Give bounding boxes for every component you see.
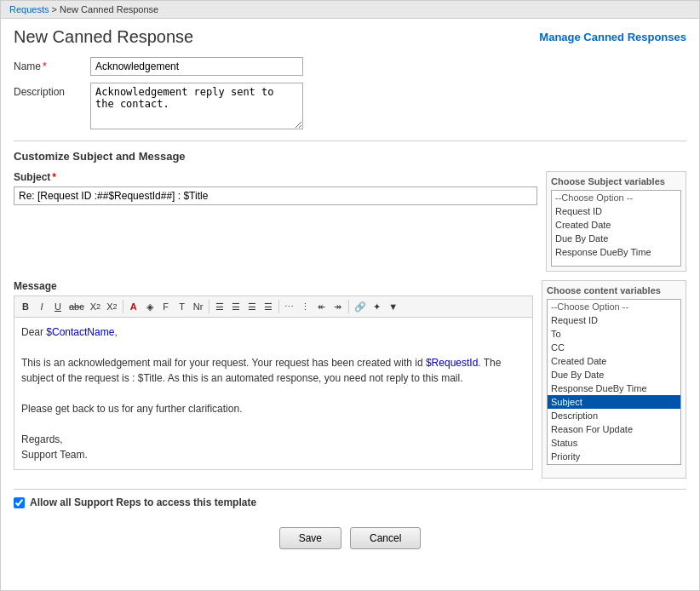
breadcrumb-separator: > <box>52 4 60 14</box>
content-variables-list[interactable]: --Choose Option -- Request ID To CC Crea… <box>547 299 681 465</box>
subject-var-response-dueby-time[interactable]: Response DueBy Time <box>552 245 680 259</box>
breadcrumb: Requests > New Canned Response <box>1 1 699 19</box>
subject-label: Subject* <box>14 171 537 183</box>
main-content: New Canned Response Manage Canned Respon… <box>1 19 699 566</box>
name-required: * <box>43 60 47 72</box>
subject-variables-list[interactable]: --Choose Option -- Request ID Created Da… <box>551 190 681 267</box>
content-var-request-id[interactable]: Request ID <box>548 313 680 327</box>
subject-var-choose[interactable]: --Choose Option -- <box>552 191 680 204</box>
message-editor[interactable]: Dear $ContactName, This is an acknowledg… <box>14 317 533 470</box>
subject-variables-title: Choose Subject variables <box>551 176 681 186</box>
toolbar-link[interactable]: 🔗 <box>352 299 369 314</box>
toolbar-italic[interactable]: I <box>34 299 49 314</box>
toolbar-font-family[interactable]: F <box>158 299 174 314</box>
section-divider-1 <box>14 141 686 141</box>
toolbar-ul[interactable]: ⋮ <box>298 299 313 314</box>
subject-block: Subject* <box>14 171 537 205</box>
content-var-cc[interactable]: CC <box>548 341 680 354</box>
editor-toolbar: B I U abc X2 X2 A ◈ F T Nr ☰ ☰ ☰ ☰ <box>14 296 533 317</box>
toolbar-font-color[interactable]: A <box>126 299 141 314</box>
message-section-layout: Message B I U abc X2 X2 A ◈ F T Nr ☰ <box>14 280 686 479</box>
content-var-response-dueby-time[interactable]: Response DueBy Time <box>548 382 680 395</box>
allow-row: Allow all Support Reps to access this te… <box>14 489 686 515</box>
subject-required: * <box>52 171 56 183</box>
content-var-choose[interactable]: --Choose Option -- <box>548 300 680 313</box>
contact-name-var: $ContactName <box>46 326 114 338</box>
allow-label[interactable]: Allow all Support Reps to access this te… <box>30 496 256 508</box>
description-input-wrapper: Acknowledgement reply sent to the contac… <box>90 83 686 132</box>
content-var-mode[interactable]: Mode <box>548 463 680 465</box>
allow-checkbox[interactable] <box>14 497 25 508</box>
toolbar-sep-4 <box>348 300 349 313</box>
toolbar-align-left[interactable]: ☰ <box>212 299 227 314</box>
toolbar-bold[interactable]: B <box>18 299 33 314</box>
toolbar-indent-less[interactable]: ↞ <box>314 299 330 314</box>
content-var-reason-for-update[interactable]: Reason For Update <box>548 422 680 436</box>
subject-layout: Subject* Choose Subject variables --Choo… <box>14 171 686 280</box>
name-input-wrapper <box>90 57 686 76</box>
toolbar-sep-1 <box>123 300 123 313</box>
toolbar-align-right[interactable]: ☰ <box>244 299 260 314</box>
content-var-description[interactable]: Description <box>548 409 680 422</box>
toolbar-strikethrough[interactable]: abc <box>66 299 87 314</box>
content-variables-panel: Choose content variables --Choose Option… <box>542 280 686 479</box>
toolbar-ol[interactable]: ⋯ <box>282 299 297 314</box>
subject-variables-box: Choose Subject variables --Choose Option… <box>546 171 686 272</box>
name-input[interactable] <box>90 57 303 76</box>
save-button[interactable]: Save <box>279 527 341 549</box>
subject-var-due-by-date[interactable]: Due By Date <box>552 232 680 245</box>
page-wrapper: Requests > New Canned Response New Canne… <box>0 0 700 591</box>
name-label: Name* <box>14 57 90 72</box>
manage-canned-responses-link[interactable]: Manage Canned Responses <box>539 31 686 43</box>
toolbar-underline[interactable]: U <box>50 299 66 314</box>
content-variables-box: Choose content variables --Choose Option… <box>542 280 686 479</box>
customize-section-title: Customize Subject and Message <box>14 150 686 163</box>
content-variables-title: Choose content variables <box>547 285 681 296</box>
toolbar-dropdown[interactable]: ▼ <box>386 299 401 314</box>
breadcrumb-current: New Canned Response <box>60 4 158 14</box>
content-var-to[interactable]: To <box>548 327 680 341</box>
content-var-created-date[interactable]: Created Date <box>548 354 680 368</box>
toolbar-sep-3 <box>278 300 279 313</box>
toolbar-superscript[interactable]: X2 <box>104 299 119 314</box>
toolbar-highlight[interactable]: ◈ <box>142 299 158 314</box>
page-title: New Canned Response <box>14 27 193 47</box>
toolbar-align-center[interactable]: ☰ <box>228 299 244 314</box>
toolbar-align-justify[interactable]: ☰ <box>261 299 276 314</box>
toolbar-font-size[interactable]: T <box>175 299 190 314</box>
content-var-priority[interactable]: Priority <box>548 450 680 463</box>
request-id-var: $RequestId <box>426 357 478 369</box>
cancel-button[interactable]: Cancel <box>350 527 421 549</box>
button-row: Save Cancel <box>14 527 686 549</box>
subject-var-request-id[interactable]: Request ID <box>552 204 680 218</box>
content-var-status[interactable]: Status <box>548 436 680 450</box>
message-label: Message <box>14 280 533 292</box>
subject-var-created-date[interactable]: Created Date <box>552 218 680 232</box>
message-left: Message B I U abc X2 X2 A ◈ F T Nr ☰ <box>14 280 533 479</box>
breadcrumb-requests-link[interactable]: Requests <box>9 4 49 14</box>
content-var-subject[interactable]: Subject <box>548 395 680 409</box>
subject-variables-panel: Choose Subject variables --Choose Option… <box>546 171 686 280</box>
subject-input[interactable] <box>14 186 537 205</box>
description-row: Description Acknowledgement reply sent t… <box>14 83 686 132</box>
page-header: New Canned Response Manage Canned Respon… <box>14 27 686 47</box>
toolbar-sep-2 <box>209 300 209 313</box>
description-textarea[interactable]: Acknowledgement reply sent to the contac… <box>90 83 303 129</box>
subject-left: Subject* <box>14 171 537 280</box>
name-row: Name* <box>14 57 686 76</box>
toolbar-indent-more[interactable]: ↠ <box>330 299 346 314</box>
description-label: Description <box>14 83 90 98</box>
toolbar-image[interactable]: ✦ <box>370 299 385 314</box>
toolbar-special[interactable]: Nr <box>191 299 206 314</box>
toolbar-subscript[interactable]: X2 <box>88 299 103 314</box>
content-var-due-by-date[interactable]: Due By Date <box>548 368 680 382</box>
